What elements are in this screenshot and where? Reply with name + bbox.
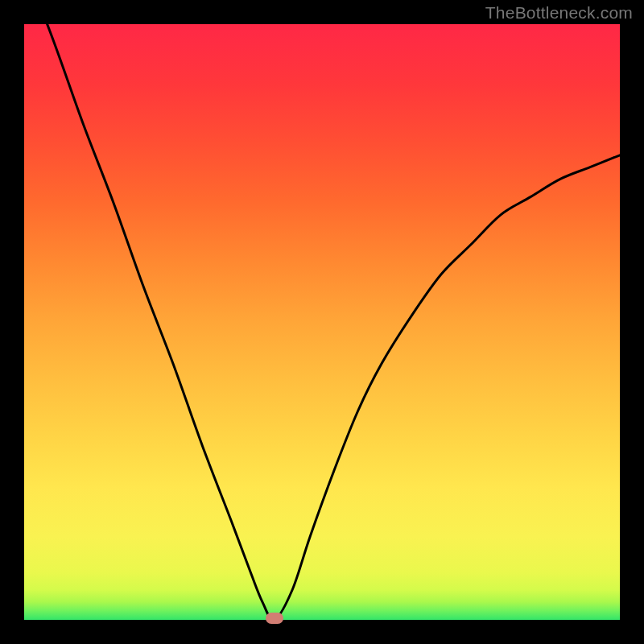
bottleneck-curve — [24, 24, 620, 620]
optimal-marker — [266, 613, 283, 624]
watermark-text: TheBottleneck.com — [485, 3, 633, 23]
plot-area — [24, 24, 620, 620]
chart-container: TheBottleneck.com — [0, 0, 644, 644]
curve-layer — [24, 24, 620, 620]
